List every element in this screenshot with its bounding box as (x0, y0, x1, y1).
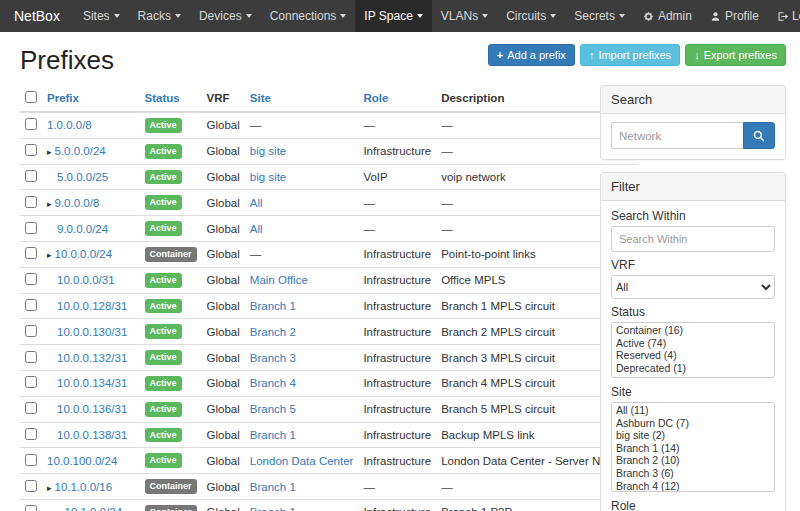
prefix-link[interactable]: 10.1.0.0/24 (65, 506, 123, 511)
prefix-link[interactable]: 10.1.0.0/16 (55, 481, 113, 493)
brand[interactable]: NetBox (0, 0, 74, 32)
nav-item-log-out[interactable]: Log out (768, 0, 800, 32)
nav-item-connections[interactable]: Connections (261, 0, 356, 32)
site-link[interactable]: Branch 1 (250, 429, 296, 441)
filter-option[interactable]: Ashburn DC (7) (613, 417, 773, 430)
row-checkbox[interactable] (25, 351, 37, 363)
search-panel-title: Search (601, 86, 785, 114)
prefix-link[interactable]: 9.0.0.0/8 (55, 197, 100, 209)
prefix-link[interactable]: 10.0.0.0/24 (55, 248, 113, 260)
col-header-status[interactable]: Status (140, 85, 202, 112)
prefix-link[interactable]: 10.0.0.132/31 (57, 352, 127, 364)
status-badge: Active (145, 221, 182, 236)
row-checkbox[interactable] (25, 402, 37, 414)
site-link[interactable]: All (250, 223, 263, 235)
nav-item-devices[interactable]: Devices (190, 0, 261, 32)
row-checkbox[interactable] (25, 325, 37, 337)
row-checkbox[interactable] (25, 273, 37, 285)
page-title: Prefixes (20, 45, 114, 76)
filter-label-site: Site (611, 385, 775, 399)
filter-option[interactable]: Branch 1 (14) (613, 442, 773, 455)
site-link[interactable]: London Data Center (250, 455, 354, 467)
filter-option[interactable]: Active (74) (613, 337, 773, 350)
nav-item-vlans[interactable]: VLANs (432, 0, 497, 32)
prefix-link[interactable]: 10.0.0.138/31 (57, 429, 127, 441)
search-input[interactable] (611, 122, 743, 149)
filter-option[interactable]: Container (16) (613, 324, 773, 337)
nav-item-racks[interactable]: Racks (129, 0, 190, 32)
prefix-link[interactable]: 5.0.0.0/25 (57, 171, 108, 183)
nav-item-ip-space[interactable]: IP Space (355, 0, 431, 32)
row-checkbox[interactable] (25, 170, 37, 182)
status-badge: Active (145, 350, 182, 365)
col-header-role[interactable]: Role (358, 85, 436, 112)
site-link[interactable]: big site (250, 145, 286, 157)
add-prefix-button[interactable]: + Add a prefix (488, 44, 575, 66)
import-prefixes-button[interactable]: ↑ Import prefixes (580, 44, 680, 66)
prefix-link[interactable]: 10.0.0.0/31 (57, 274, 115, 286)
table-row: 10.0.0.132/31ActiveGlobalBranch 3Infrast… (20, 345, 639, 371)
table-row: 10.0.0.136/31ActiveGlobalBranch 5Infrast… (20, 396, 639, 422)
gear-icon (643, 11, 654, 22)
chevron-down-icon (246, 14, 252, 18)
row-checkbox[interactable] (25, 428, 37, 440)
site-link[interactable]: Branch 1 (250, 481, 296, 493)
row-checkbox[interactable] (25, 299, 37, 311)
nav-item-secrets[interactable]: Secrets (565, 0, 634, 32)
prefix-link[interactable]: 10.0.0.128/31 (57, 300, 127, 312)
row-checkbox[interactable] (25, 505, 37, 511)
col-header-site[interactable]: Site (245, 85, 359, 112)
row-checkbox[interactable] (25, 144, 37, 156)
row-checkbox[interactable] (25, 376, 37, 388)
filter-option[interactable]: big site (2) (613, 429, 773, 442)
row-checkbox[interactable] (25, 222, 37, 234)
site-link[interactable]: Main Office (250, 274, 308, 286)
site-link[interactable]: big site (250, 171, 286, 183)
vrf-cell: Global (202, 164, 245, 190)
filter-option[interactable]: Branch 3 (6) (613, 467, 773, 480)
nav-item-sites[interactable]: Sites (74, 0, 129, 32)
role-cell: Infrastructure (358, 267, 436, 293)
site-link[interactable]: Branch 2 (250, 326, 296, 338)
row-checkbox[interactable] (25, 118, 37, 130)
row-checkbox[interactable] (25, 480, 37, 492)
prefix-link[interactable]: 5.0.0.0/24 (55, 145, 106, 157)
table-row: ▸9.0.0.0/8ActiveGlobalAll—— (20, 190, 639, 216)
site-cell: London Data Center (245, 448, 359, 474)
select-all-checkbox[interactable] (25, 91, 37, 103)
role-cell: Infrastructure (358, 241, 436, 267)
col-header-prefix[interactable]: Prefix (42, 85, 140, 112)
prefix-link[interactable]: 9.0.0.0/24 (57, 223, 108, 235)
prefix-link[interactable]: 1.0.0.0/8 (47, 119, 92, 131)
site-link[interactable]: Branch 4 (250, 377, 296, 389)
export-prefixes-button[interactable]: ↓ Export prefixes (685, 44, 786, 66)
filter-select-vrf[interactable]: All (611, 275, 775, 299)
filter-option[interactable]: All (11) (613, 404, 773, 417)
site-link[interactable]: All (250, 197, 263, 209)
filter-input-search-within[interactable] (611, 226, 775, 252)
import-prefixes-label: Import prefixes (598, 49, 671, 61)
filter-select-site[interactable]: All (11)Ashburn DC (7)big site (2)Branch… (611, 402, 775, 492)
filter-option[interactable]: Branch 4 (12) (613, 480, 773, 492)
row-checkbox[interactable] (25, 196, 37, 208)
row-checkbox[interactable] (25, 247, 37, 259)
prefix-table: PrefixStatusVRFSiteRoleDescription 1.0.0… (20, 85, 639, 511)
search-button[interactable] (743, 122, 775, 149)
filter-option[interactable]: Branch 2 (10) (613, 454, 773, 467)
site-link[interactable]: Branch 3 (250, 352, 296, 364)
site-link[interactable]: Branch 5 (250, 403, 296, 415)
site-link[interactable]: Branch 1 (250, 300, 296, 312)
filter-option[interactable]: Reserved (4) (613, 349, 773, 362)
filter-option[interactable]: Deprecated (1) (613, 362, 773, 375)
vrf-cell: Global (202, 370, 245, 396)
prefix-link[interactable]: 10.0.0.134/31 (57, 377, 127, 389)
prefix-link[interactable]: 10.0.100.0/24 (47, 455, 117, 467)
prefix-link[interactable]: 10.0.0.130/31 (57, 326, 127, 338)
filter-select-status[interactable]: Container (16)Active (74)Reserved (4)Dep… (611, 322, 775, 378)
nav-item-admin[interactable]: Admin (634, 0, 701, 32)
site-link[interactable]: Branch 1 (250, 506, 296, 511)
row-checkbox[interactable] (25, 454, 37, 466)
nav-item-circuits[interactable]: Circuits (497, 0, 565, 32)
nav-item-profile[interactable]: Profile (701, 0, 768, 32)
prefix-link[interactable]: 10.0.0.136/31 (57, 403, 127, 415)
